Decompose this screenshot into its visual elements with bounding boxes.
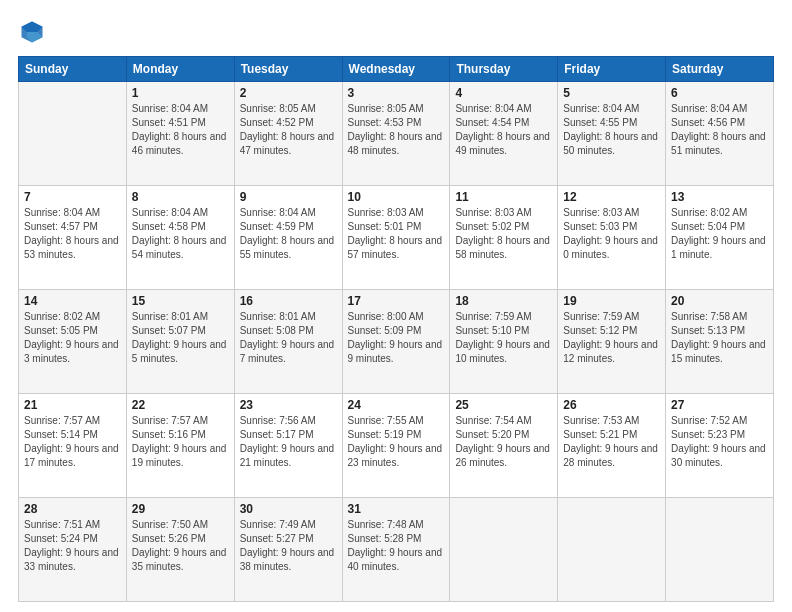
day-number: 23 bbox=[240, 398, 337, 412]
calendar-cell: 1Sunrise: 8:04 AMSunset: 4:51 PMDaylight… bbox=[126, 82, 234, 186]
day-info: Sunrise: 8:01 AMSunset: 5:08 PMDaylight:… bbox=[240, 310, 337, 366]
day-number: 31 bbox=[348, 502, 445, 516]
calendar-cell: 29Sunrise: 7:50 AMSunset: 5:26 PMDayligh… bbox=[126, 498, 234, 602]
calendar-table: SundayMondayTuesdayWednesdayThursdayFrid… bbox=[18, 56, 774, 602]
calendar-cell: 11Sunrise: 8:03 AMSunset: 5:02 PMDayligh… bbox=[450, 186, 558, 290]
day-info: Sunrise: 7:54 AMSunset: 5:20 PMDaylight:… bbox=[455, 414, 552, 470]
day-number: 2 bbox=[240, 86, 337, 100]
calendar-cell: 20Sunrise: 7:58 AMSunset: 5:13 PMDayligh… bbox=[666, 290, 774, 394]
day-number: 1 bbox=[132, 86, 229, 100]
day-number: 8 bbox=[132, 190, 229, 204]
day-info: Sunrise: 7:49 AMSunset: 5:27 PMDaylight:… bbox=[240, 518, 337, 574]
calendar-cell: 19Sunrise: 7:59 AMSunset: 5:12 PMDayligh… bbox=[558, 290, 666, 394]
calendar-week-1: 1Sunrise: 8:04 AMSunset: 4:51 PMDaylight… bbox=[19, 82, 774, 186]
weekday-header-friday: Friday bbox=[558, 57, 666, 82]
day-info: Sunrise: 7:51 AMSunset: 5:24 PMDaylight:… bbox=[24, 518, 121, 574]
calendar-cell bbox=[450, 498, 558, 602]
day-number: 16 bbox=[240, 294, 337, 308]
day-number: 13 bbox=[671, 190, 768, 204]
calendar-cell: 10Sunrise: 8:03 AMSunset: 5:01 PMDayligh… bbox=[342, 186, 450, 290]
day-info: Sunrise: 7:59 AMSunset: 5:10 PMDaylight:… bbox=[455, 310, 552, 366]
calendar-cell: 9Sunrise: 8:04 AMSunset: 4:59 PMDaylight… bbox=[234, 186, 342, 290]
weekday-header-thursday: Thursday bbox=[450, 57, 558, 82]
calendar-cell: 26Sunrise: 7:53 AMSunset: 5:21 PMDayligh… bbox=[558, 394, 666, 498]
day-number: 18 bbox=[455, 294, 552, 308]
calendar-cell: 23Sunrise: 7:56 AMSunset: 5:17 PMDayligh… bbox=[234, 394, 342, 498]
day-info: Sunrise: 8:00 AMSunset: 5:09 PMDaylight:… bbox=[348, 310, 445, 366]
weekday-header-saturday: Saturday bbox=[666, 57, 774, 82]
day-info: Sunrise: 8:05 AMSunset: 4:53 PMDaylight:… bbox=[348, 102, 445, 158]
calendar-cell: 22Sunrise: 7:57 AMSunset: 5:16 PMDayligh… bbox=[126, 394, 234, 498]
calendar-cell: 17Sunrise: 8:00 AMSunset: 5:09 PMDayligh… bbox=[342, 290, 450, 394]
day-info: Sunrise: 7:58 AMSunset: 5:13 PMDaylight:… bbox=[671, 310, 768, 366]
day-number: 10 bbox=[348, 190, 445, 204]
day-info: Sunrise: 8:04 AMSunset: 4:57 PMDaylight:… bbox=[24, 206, 121, 262]
page: SundayMondayTuesdayWednesdayThursdayFrid… bbox=[0, 0, 792, 612]
day-number: 29 bbox=[132, 502, 229, 516]
day-number: 15 bbox=[132, 294, 229, 308]
day-number: 22 bbox=[132, 398, 229, 412]
day-number: 27 bbox=[671, 398, 768, 412]
calendar-cell: 18Sunrise: 7:59 AMSunset: 5:10 PMDayligh… bbox=[450, 290, 558, 394]
header bbox=[18, 18, 774, 46]
day-number: 4 bbox=[455, 86, 552, 100]
calendar-header: SundayMondayTuesdayWednesdayThursdayFrid… bbox=[19, 57, 774, 82]
day-info: Sunrise: 7:48 AMSunset: 5:28 PMDaylight:… bbox=[348, 518, 445, 574]
day-info: Sunrise: 7:57 AMSunset: 5:16 PMDaylight:… bbox=[132, 414, 229, 470]
day-number: 20 bbox=[671, 294, 768, 308]
day-info: Sunrise: 8:05 AMSunset: 4:52 PMDaylight:… bbox=[240, 102, 337, 158]
calendar-week-2: 7Sunrise: 8:04 AMSunset: 4:57 PMDaylight… bbox=[19, 186, 774, 290]
day-info: Sunrise: 8:04 AMSunset: 4:51 PMDaylight:… bbox=[132, 102, 229, 158]
day-number: 24 bbox=[348, 398, 445, 412]
day-info: Sunrise: 7:52 AMSunset: 5:23 PMDaylight:… bbox=[671, 414, 768, 470]
weekday-header-row: SundayMondayTuesdayWednesdayThursdayFrid… bbox=[19, 57, 774, 82]
day-info: Sunrise: 7:56 AMSunset: 5:17 PMDaylight:… bbox=[240, 414, 337, 470]
logo bbox=[18, 18, 50, 46]
day-number: 7 bbox=[24, 190, 121, 204]
calendar-cell bbox=[666, 498, 774, 602]
day-info: Sunrise: 7:50 AMSunset: 5:26 PMDaylight:… bbox=[132, 518, 229, 574]
calendar-cell: 16Sunrise: 8:01 AMSunset: 5:08 PMDayligh… bbox=[234, 290, 342, 394]
day-info: Sunrise: 7:57 AMSunset: 5:14 PMDaylight:… bbox=[24, 414, 121, 470]
weekday-header-tuesday: Tuesday bbox=[234, 57, 342, 82]
day-info: Sunrise: 8:04 AMSunset: 4:59 PMDaylight:… bbox=[240, 206, 337, 262]
day-number: 12 bbox=[563, 190, 660, 204]
logo-icon bbox=[18, 18, 46, 46]
calendar-cell: 8Sunrise: 8:04 AMSunset: 4:58 PMDaylight… bbox=[126, 186, 234, 290]
day-number: 21 bbox=[24, 398, 121, 412]
calendar-body: 1Sunrise: 8:04 AMSunset: 4:51 PMDaylight… bbox=[19, 82, 774, 602]
day-info: Sunrise: 7:55 AMSunset: 5:19 PMDaylight:… bbox=[348, 414, 445, 470]
calendar-week-4: 21Sunrise: 7:57 AMSunset: 5:14 PMDayligh… bbox=[19, 394, 774, 498]
day-number: 19 bbox=[563, 294, 660, 308]
day-number: 30 bbox=[240, 502, 337, 516]
calendar-cell: 5Sunrise: 8:04 AMSunset: 4:55 PMDaylight… bbox=[558, 82, 666, 186]
day-info: Sunrise: 8:03 AMSunset: 5:03 PMDaylight:… bbox=[563, 206, 660, 262]
day-info: Sunrise: 7:53 AMSunset: 5:21 PMDaylight:… bbox=[563, 414, 660, 470]
calendar-cell: 27Sunrise: 7:52 AMSunset: 5:23 PMDayligh… bbox=[666, 394, 774, 498]
calendar-cell: 12Sunrise: 8:03 AMSunset: 5:03 PMDayligh… bbox=[558, 186, 666, 290]
day-number: 28 bbox=[24, 502, 121, 516]
day-info: Sunrise: 8:03 AMSunset: 5:02 PMDaylight:… bbox=[455, 206, 552, 262]
calendar-week-5: 28Sunrise: 7:51 AMSunset: 5:24 PMDayligh… bbox=[19, 498, 774, 602]
calendar-cell bbox=[558, 498, 666, 602]
day-number: 25 bbox=[455, 398, 552, 412]
calendar-cell: 7Sunrise: 8:04 AMSunset: 4:57 PMDaylight… bbox=[19, 186, 127, 290]
calendar-cell: 2Sunrise: 8:05 AMSunset: 4:52 PMDaylight… bbox=[234, 82, 342, 186]
day-number: 6 bbox=[671, 86, 768, 100]
weekday-header-monday: Monday bbox=[126, 57, 234, 82]
calendar-cell: 13Sunrise: 8:02 AMSunset: 5:04 PMDayligh… bbox=[666, 186, 774, 290]
day-number: 3 bbox=[348, 86, 445, 100]
day-number: 14 bbox=[24, 294, 121, 308]
calendar-cell: 4Sunrise: 8:04 AMSunset: 4:54 PMDaylight… bbox=[450, 82, 558, 186]
weekday-header-sunday: Sunday bbox=[19, 57, 127, 82]
calendar-cell: 25Sunrise: 7:54 AMSunset: 5:20 PMDayligh… bbox=[450, 394, 558, 498]
calendar-cell: 30Sunrise: 7:49 AMSunset: 5:27 PMDayligh… bbox=[234, 498, 342, 602]
day-info: Sunrise: 8:03 AMSunset: 5:01 PMDaylight:… bbox=[348, 206, 445, 262]
day-info: Sunrise: 8:01 AMSunset: 5:07 PMDaylight:… bbox=[132, 310, 229, 366]
day-info: Sunrise: 8:04 AMSunset: 4:58 PMDaylight:… bbox=[132, 206, 229, 262]
weekday-header-wednesday: Wednesday bbox=[342, 57, 450, 82]
calendar-cell: 14Sunrise: 8:02 AMSunset: 5:05 PMDayligh… bbox=[19, 290, 127, 394]
day-info: Sunrise: 8:02 AMSunset: 5:05 PMDaylight:… bbox=[24, 310, 121, 366]
calendar-cell: 3Sunrise: 8:05 AMSunset: 4:53 PMDaylight… bbox=[342, 82, 450, 186]
day-number: 17 bbox=[348, 294, 445, 308]
